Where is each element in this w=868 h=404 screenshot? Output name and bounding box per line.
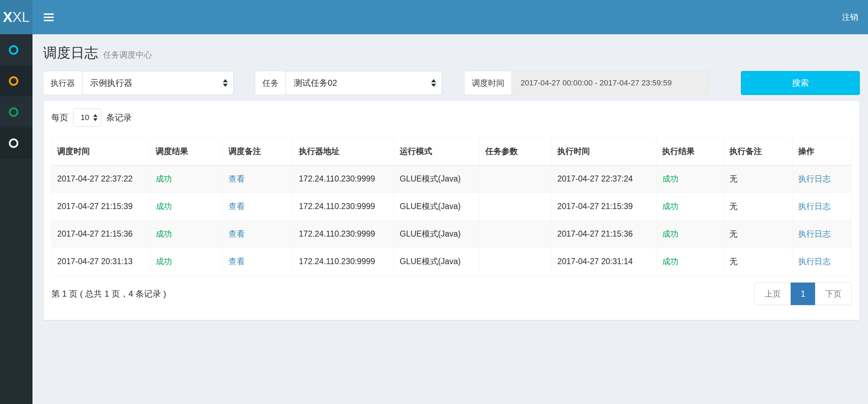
cell-text: 2017-04-27 21:15:36 — [557, 229, 633, 238]
time-range-input[interactable]: 2017-04-27 00:00:00 - 2017-04-27 23:59:5… — [512, 71, 709, 95]
pagination-row: 第 1 页 ( 总共 1 页，4 条记录 ) 上页 1 下页 — [51, 283, 852, 305]
search-button[interactable]: 搜索 — [741, 71, 860, 95]
logout-link[interactable]: 注销 — [832, 0, 868, 34]
cell-text: 2017-04-27 20:31:13 — [57, 257, 133, 266]
prev-page-button[interactable]: 上页 — [754, 283, 791, 305]
table-row: 2017-04-27 20:31:13成功查看172.24.110.230:99… — [52, 248, 852, 275]
app-logo[interactable]: XXL — [0, 0, 32, 34]
log-panel: 每页 10 条记录 调度时间调度结果调度备注执行器地址运行模式任务参数执行时间执… — [43, 100, 860, 320]
column-header: 执行时间 — [552, 138, 656, 165]
time-filter-label: 调度时间 — [464, 71, 512, 95]
circle-o-icon — [9, 45, 18, 55]
cell-text: 2017-04-27 21:15:39 — [557, 202, 633, 211]
pagination: 上页 1 下页 — [754, 283, 852, 305]
cell-text: 2017-04-27 21:15:36 — [57, 229, 133, 238]
table-row: 2017-04-27 22:37:22成功查看172.24.110.230:99… — [52, 165, 852, 193]
cell-text: 172.24.110.230:9999 — [299, 229, 375, 238]
status-text: 成功 — [156, 229, 172, 238]
view-remark-link[interactable]: 查看 — [228, 257, 245, 266]
column-header: 执行备注 — [724, 138, 792, 165]
hamburger-icon — [44, 13, 54, 21]
app-logo-text: XL — [12, 9, 30, 25]
circle-o-icon — [9, 76, 18, 86]
next-page-button[interactable]: 下页 — [815, 283, 852, 305]
cell-text: 无 — [729, 257, 737, 266]
log-table: 调度时间调度结果调度备注执行器地址运行模式任务参数执行时间执行结果执行备注操作 … — [51, 137, 852, 275]
sidebar-item-job-manage[interactable] — [0, 65, 32, 96]
status-text: 成功 — [662, 257, 678, 266]
exec-log-link[interactable]: 执行日志 — [798, 229, 831, 238]
cell-text: 172.24.110.230:9999 — [299, 257, 375, 266]
executor-select[interactable]: 示例执行器 — [82, 71, 234, 95]
perpage-control: 每页 10 条记录 — [51, 108, 852, 127]
cell-text: GLUE模式(Java) — [400, 174, 461, 183]
status-text: 成功 — [156, 202, 172, 211]
status-text: 成功 — [156, 174, 172, 183]
sidebar-menu — [0, 34, 32, 404]
content-header: 调度日志 任务调度中心 — [43, 43, 860, 63]
perpage-suffix-label: 条记录 — [106, 112, 132, 123]
status-text: 成功 — [662, 174, 678, 183]
sidebar-item-dashboard[interactable] — [0, 34, 32, 65]
perpage-select-value: 10 — [81, 113, 89, 122]
cell-text: 2017-04-27 20:31:14 — [557, 257, 633, 266]
table-row: 2017-04-27 21:15:39成功查看172.24.110.230:99… — [52, 193, 852, 220]
cell-text: 无 — [729, 229, 737, 238]
sidebar-toggle-button[interactable] — [32, 0, 65, 34]
exec-log-link[interactable]: 执行日志 — [798, 202, 831, 211]
cell-text: GLUE模式(Java) — [400, 257, 461, 266]
select-arrows-icon — [223, 79, 228, 87]
perpage-prefix-label: 每页 — [51, 112, 68, 123]
column-header: 调度备注 — [222, 138, 293, 165]
cell-text: 无 — [729, 202, 737, 211]
navbar: 注销 — [32, 0, 868, 34]
status-text: 成功 — [662, 202, 678, 211]
log-table-header-row: 调度时间调度结果调度备注执行器地址运行模式任务参数执行时间执行结果执行备注操作 — [52, 138, 852, 165]
column-header: 任务参数 — [480, 138, 552, 165]
cell-text: 2017-04-27 22:37:22 — [57, 174, 133, 183]
status-text: 成功 — [156, 257, 172, 266]
sidebar-item-dispatch-log[interactable] — [0, 96, 32, 127]
cell-text: GLUE模式(Java) — [400, 229, 461, 238]
view-remark-link[interactable]: 查看 — [228, 229, 245, 238]
cell-text: 172.24.110.230:9999 — [299, 202, 375, 211]
time-filter-group: 调度时间 2017-04-27 00:00:00 - 2017-04-27 23… — [464, 71, 709, 95]
filter-bar: 执行器 示例执行器 任务 测试任务02 调度时间 2017-04-27 00:0… — [43, 71, 860, 95]
circle-o-icon — [9, 107, 18, 117]
column-header: 调度时间 — [52, 138, 150, 165]
table-row: 2017-04-27 21:15:36成功查看172.24.110.230:99… — [52, 220, 852, 248]
cell-text: 无 — [729, 174, 737, 183]
job-filter-label: 任务 — [255, 71, 286, 95]
column-header: 操作 — [792, 138, 852, 165]
column-header: 执行结果 — [656, 138, 724, 165]
circle-o-icon — [9, 138, 18, 148]
exec-log-link[interactable]: 执行日志 — [798, 174, 831, 183]
job-select-value: 测试任务02 — [294, 77, 337, 89]
current-page-button[interactable]: 1 — [791, 283, 815, 305]
executor-filter-group: 执行器 示例执行器 — [43, 71, 234, 95]
page-subtitle: 任务调度中心 — [103, 49, 152, 60]
log-table-body: 2017-04-27 22:37:22成功查看172.24.110.230:99… — [52, 165, 852, 275]
cell-text: 2017-04-27 22:37:24 — [557, 174, 633, 183]
select-arrows-icon — [431, 79, 436, 87]
view-remark-link[interactable]: 查看 — [228, 202, 245, 211]
cell-text: 172.24.110.230:9999 — [299, 174, 375, 183]
job-filter-group: 任务 测试任务02 — [255, 71, 442, 95]
view-remark-link[interactable]: 查看 — [228, 174, 245, 183]
cell-text: GLUE模式(Java) — [400, 202, 461, 211]
main-content: 调度日志 任务调度中心 执行器 示例执行器 任务 测试任务02 调度时间 201… — [32, 34, 868, 404]
cell-text: 2017-04-27 21:15:39 — [57, 202, 133, 211]
perpage-select[interactable]: 10 — [73, 108, 101, 127]
job-select[interactable]: 测试任务02 — [286, 71, 442, 95]
executor-filter-label: 执行器 — [43, 71, 82, 95]
pagination-summary: 第 1 页 ( 总共 1 页，4 条记录 ) — [51, 288, 166, 299]
select-arrows-icon — [93, 114, 97, 121]
exec-log-link[interactable]: 执行日志 — [798, 257, 831, 266]
status-text: 成功 — [662, 229, 678, 238]
column-header: 执行器地址 — [293, 138, 394, 165]
sidebar-item-help[interactable] — [0, 127, 32, 159]
column-header: 运行模式 — [394, 138, 479, 165]
top-navbar: XXL 注销 — [0, 0, 868, 34]
column-header: 调度结果 — [150, 138, 222, 165]
page-title: 调度日志 — [43, 43, 98, 63]
